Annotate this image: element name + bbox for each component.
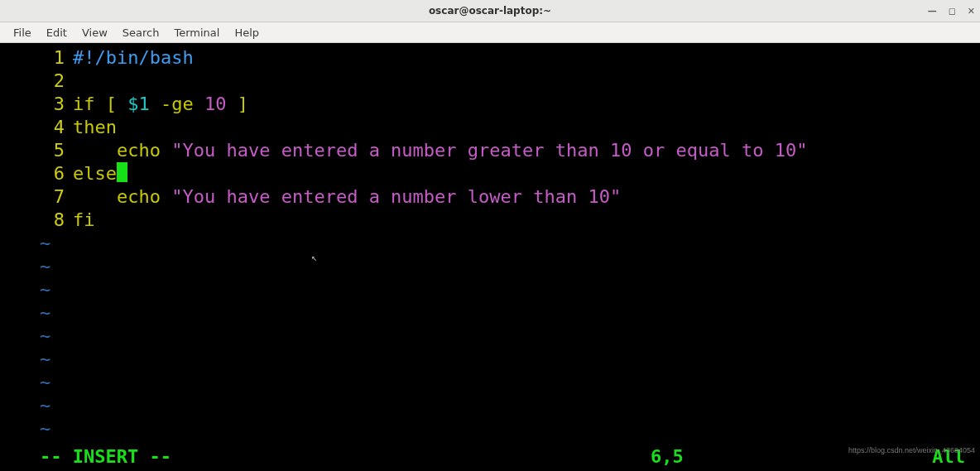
token: $1 (127, 94, 150, 114)
token (117, 94, 127, 114)
minimize-icon[interactable]: — (928, 6, 937, 17)
line-content[interactable]: else (73, 162, 980, 185)
line-content[interactable]: fi (73, 209, 980, 232)
window-title: oscar@oscar-laptop:~ (429, 5, 551, 17)
menu-help[interactable]: Help (228, 25, 266, 41)
empty-line-tilde: ~ (0, 417, 980, 440)
window-controls: — ◻ ✕ (928, 6, 975, 17)
code-container[interactable]: 1#!/bin/bash23if [ $1 -ge 10 ]4then5 ech… (0, 46, 980, 232)
code-line[interactable]: 4then (0, 116, 980, 139)
token: 10 (204, 94, 227, 114)
token (73, 140, 117, 161)
close-icon[interactable]: ✕ (968, 6, 975, 17)
empty-line-tilde: ~ (0, 371, 980, 394)
token: then (73, 117, 117, 137)
token: -ge (161, 94, 194, 114)
token: else (73, 163, 117, 184)
token: ] (238, 94, 248, 114)
token (194, 94, 204, 114)
menubar: File Edit View Search Terminal Help (0, 22, 980, 43)
maximize-icon[interactable]: ◻ (949, 6, 956, 17)
empty-line-tilde: ~ (0, 301, 980, 324)
line-content[interactable]: echo "You have entered a number lower th… (73, 185, 980, 209)
line-number: 2 (0, 70, 73, 93)
line-number: 7 (0, 185, 73, 209)
code-line[interactable]: 8fi (0, 209, 980, 232)
token: "You have entered a number lower than 10… (171, 186, 621, 207)
token: "You have entered a number greater than … (171, 140, 807, 161)
empty-line-tilde: ~ (0, 232, 980, 255)
line-number: 4 (0, 116, 73, 139)
line-content[interactable]: then (73, 116, 980, 139)
code-line[interactable]: 2 (0, 70, 980, 93)
menu-file[interactable]: File (7, 25, 38, 41)
menu-edit[interactable]: Edit (40, 25, 74, 41)
status-mode: -- INSERT -- (0, 445, 651, 469)
status-bar: -- INSERT -- 6,5 All (0, 445, 980, 469)
tilde-container: ~~~~~~~~~ (0, 232, 980, 440)
token: #!/bin/bash (73, 47, 194, 68)
token (161, 186, 171, 207)
line-number: 1 (0, 46, 73, 70)
line-number: 5 (0, 139, 73, 162)
token (226, 94, 237, 114)
titlebar: oscar@oscar-laptop:~ — ◻ ✕ (0, 0, 980, 22)
watermark: https://blog.csdn.net/weixin_43684054 (848, 439, 975, 462)
menu-search[interactable]: Search (116, 25, 166, 41)
code-line[interactable]: 6else (0, 162, 980, 185)
token: echo (117, 140, 161, 161)
empty-line-tilde: ~ (0, 278, 980, 301)
token (73, 186, 117, 207)
token: echo (117, 186, 161, 207)
code-line[interactable]: 1#!/bin/bash (0, 46, 980, 70)
line-content[interactable] (73, 70, 980, 93)
code-line[interactable]: 5 echo "You have entered a number greate… (0, 139, 980, 162)
empty-line-tilde: ~ (0, 348, 980, 371)
empty-line-tilde: ~ (0, 324, 980, 348)
empty-line-tilde: ~ (0, 394, 980, 417)
token: if [ (73, 94, 117, 114)
menu-terminal[interactable]: Terminal (167, 25, 226, 41)
code-line[interactable]: 7 echo "You have entered a number lower … (0, 185, 980, 209)
menu-view[interactable]: View (75, 25, 114, 41)
token (150, 94, 161, 114)
line-number: 8 (0, 209, 73, 232)
token: fi (73, 209, 95, 230)
line-number: 3 (0, 93, 73, 116)
line-content[interactable]: if [ $1 -ge 10 ] (73, 93, 980, 116)
editor-area[interactable]: 1#!/bin/bash23if [ $1 -ge 10 ]4then5 ech… (0, 43, 980, 471)
line-content[interactable]: echo "You have entered a number greater … (73, 139, 980, 162)
token (161, 140, 171, 161)
line-number: 6 (0, 162, 73, 185)
cursor (117, 162, 127, 182)
code-line[interactable]: 3if [ $1 -ge 10 ] (0, 93, 980, 116)
line-content[interactable]: #!/bin/bash (73, 46, 980, 70)
empty-line-tilde: ~ (0, 255, 980, 278)
